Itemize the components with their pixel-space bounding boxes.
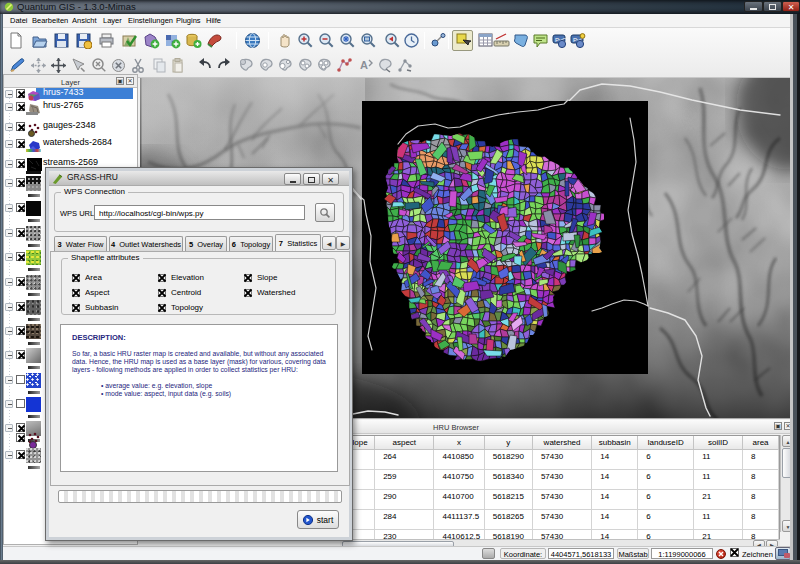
- svg-text:A: A: [360, 59, 368, 71]
